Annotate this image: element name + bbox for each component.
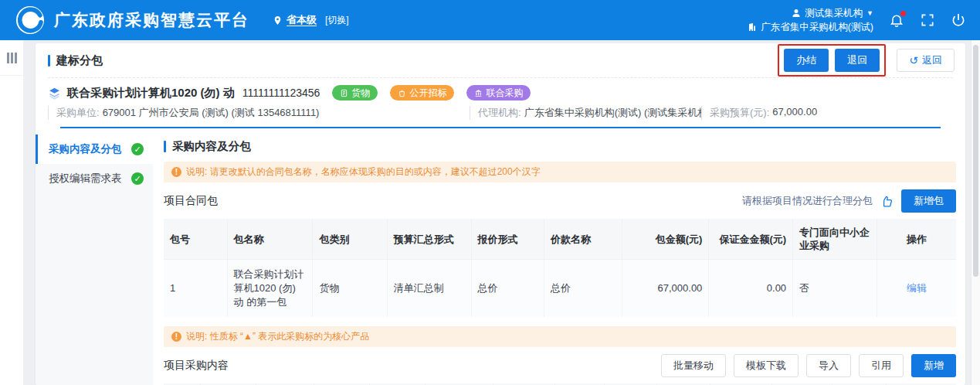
procurement-content-title: 项目采购内容 xyxy=(164,359,229,373)
brand-logo-icon xyxy=(15,5,45,35)
user-menu[interactable]: 测试集采机构 ▼ xyxy=(748,6,873,20)
section-accent-bar xyxy=(164,141,166,152)
notice-text: 说明: 性质标 “▲” 表示此采购标的为核心产品 xyxy=(186,330,369,343)
sidebar-item-procurement-content[interactable]: 采购内容及分包 ✓ xyxy=(36,135,153,164)
col-header: 操作 xyxy=(877,219,956,260)
region-selector[interactable]: 省本级 xyxy=(287,13,317,27)
cell-quote-form: 总价 xyxy=(471,260,544,318)
contract-package-title: 项目合同包 xyxy=(164,194,218,208)
notice-banner: ! 说明: 性质标 “▲” 表示此采购标的为核心产品 xyxy=(164,326,956,347)
document-icon xyxy=(340,89,348,97)
info-icon: ! xyxy=(171,167,181,177)
cell-package-name: 联合采购计划计算机1020 (勿) 动 的第一包 xyxy=(227,260,313,318)
col-header: 保证金金额(元) xyxy=(709,219,793,260)
section-title: 采购内容及分包 xyxy=(172,139,251,154)
sidebar-item-authorize-demand-form[interactable]: 授权编辑需求表 ✓ xyxy=(36,164,153,193)
project-layers-icon xyxy=(48,87,61,100)
budget-label: 采购预算(元): xyxy=(710,106,769,120)
cell-package-type: 货物 xyxy=(313,260,387,318)
batch-move-button[interactable]: 批量移动 xyxy=(661,354,726,377)
edit-link[interactable]: 编辑 xyxy=(907,282,927,294)
budget-meta: 采购预算(元): 67,000.00 xyxy=(701,106,817,120)
split-tip-text: 请根据项目情况进行合理分包 xyxy=(742,194,873,208)
budget-value: 67,000.00 xyxy=(772,106,817,120)
scrollbar-thumb[interactable] xyxy=(973,45,978,277)
project-code: 11111111123456 xyxy=(242,87,320,99)
add-package-button[interactable]: 新增包 xyxy=(901,189,956,213)
bank-icon xyxy=(474,89,483,97)
cell-amount: 67,000.00 xyxy=(622,260,709,318)
thumbs-up-icon xyxy=(880,194,894,208)
cell-price-name: 总价 xyxy=(544,260,622,318)
add-item-button[interactable]: 新增 xyxy=(911,354,956,377)
user-icon xyxy=(792,9,801,18)
col-header: 包号 xyxy=(164,219,227,260)
purchaser-value: 679001 广州市公安局 (测试) (测试 13546811111) xyxy=(103,106,320,120)
sidebar-item-label: 授权编辑需求表 xyxy=(49,172,122,186)
check-circle-icon: ✓ xyxy=(131,143,144,155)
building-icon xyxy=(748,22,757,32)
notice-banner: ! 说明: 请更改默认的合同包名称，名称应体现采购的目的或内容，建议不超过200… xyxy=(164,162,956,182)
title-accent-bar xyxy=(48,55,50,66)
agency-value: 广东省集中采购机构(测试) (测试集采机构 0338488443) xyxy=(524,106,701,120)
agency-meta: 代理机构: 广东省集中采购机构(测试) (测试集采机构 0338488443) xyxy=(470,106,701,120)
scrollbar-track[interactable] xyxy=(971,40,980,385)
step-sidebar: 采购内容及分包 ✓ 授权编辑需求表 ✓ xyxy=(36,135,153,385)
table-row: 1 联合采购计划计算机1020 (勿) 动 的第一包 货物 清单汇总制 总价 总… xyxy=(164,260,956,318)
content-card: 建标分包 办结 退回 ↺ 返回 联合采购计划计算机1020 (勿) 动 1111… xyxy=(36,43,965,385)
import-button[interactable]: 导入 xyxy=(806,354,851,377)
purchaser-meta: 采购单位: 679001 广州市公安局 (测试) (测试 13546811111… xyxy=(48,106,470,120)
chevron-down-icon: ▼ xyxy=(866,6,873,20)
fullscreen-icon[interactable] xyxy=(920,12,935,28)
agency-label: 代理机构: xyxy=(478,106,521,120)
back-button[interactable]: ↺ 返回 xyxy=(897,49,955,72)
cell-sme: 否 xyxy=(793,260,877,318)
org-info: 广东省集中采购机构(测试) xyxy=(748,20,873,34)
tag-open-tender: 公开招标 xyxy=(390,85,454,101)
user-name: 测试集采机构 xyxy=(805,6,863,20)
notice-text: 说明: 请更改默认的合同包名称，名称应体现采购的目的或内容，建议不超过200个汉… xyxy=(186,165,541,179)
tag-open-tender-label: 公开招标 xyxy=(409,87,446,100)
col-header: 包金额(元) xyxy=(622,219,709,260)
col-header: 预算汇总形式 xyxy=(387,219,471,260)
annotation-red-box: 办结 退回 xyxy=(778,44,886,77)
col-header: 报价形式 xyxy=(471,219,544,260)
cell-package-no: 1 xyxy=(164,260,227,318)
brand-title: 广东政府采购智慧云平台 xyxy=(54,9,249,31)
page-title: 建标分包 xyxy=(56,53,103,68)
col-header: 专门面向中小企业采购 xyxy=(793,219,877,260)
notification-badge xyxy=(900,11,906,16)
region-switch-link[interactable]: [切换] xyxy=(325,14,349,27)
tag-joint-procurement: 联合采购 xyxy=(466,85,531,101)
logout-power-icon[interactable] xyxy=(951,12,966,28)
contract-package-table: 包号 包名称 包类别 预算汇总形式 报价形式 价款名称 包金额(元) 保证金金额… xyxy=(164,219,956,317)
template-download-button[interactable]: 模板下载 xyxy=(734,354,799,377)
col-header: 包类别 xyxy=(313,219,387,260)
finish-button[interactable]: 办结 xyxy=(784,49,829,72)
tag-goods: 货物 xyxy=(332,85,378,101)
location-pin-icon xyxy=(273,15,283,26)
sidebar-collapse-icon[interactable] xyxy=(0,40,23,76)
sidebar-item-label: 采购内容及分包 xyxy=(49,142,122,156)
back-arrow-icon: ↺ xyxy=(909,56,918,65)
quote-button[interactable]: 引用 xyxy=(859,354,904,377)
check-circle-icon: ✓ xyxy=(131,172,144,185)
cell-deposit: 0.00 xyxy=(709,260,793,318)
tag-goods-label: 货物 xyxy=(351,87,370,100)
org-name: 广东省集中采购机构(测试) xyxy=(761,20,873,34)
send-back-button[interactable]: 退回 xyxy=(835,49,880,72)
tag-joint-procurement-label: 联合采购 xyxy=(486,87,523,100)
left-rail xyxy=(0,40,23,385)
app-header: 广东政府采购智慧云平台 省本级 [切换] 测试集采机构 ▼ 广东省集中采购机构(… xyxy=(0,0,980,40)
info-icon: ! xyxy=(171,332,181,342)
blue-divider xyxy=(60,127,941,128)
col-header: 价款名称 xyxy=(544,219,622,260)
back-button-label: 返回 xyxy=(922,54,942,66)
purchaser-label: 采购单位: xyxy=(56,106,100,120)
cell-budget-mode: 清单汇总制 xyxy=(387,260,471,318)
project-name: 联合采购计划计算机1020 (勿) 动 xyxy=(67,86,235,101)
notification-bell-icon[interactable] xyxy=(889,12,904,28)
col-header: 包名称 xyxy=(227,219,313,260)
shopping-bag-icon xyxy=(398,89,406,97)
table-header-row: 包号 包名称 包类别 预算汇总形式 报价形式 价款名称 包金额(元) 保证金金额… xyxy=(164,219,956,260)
